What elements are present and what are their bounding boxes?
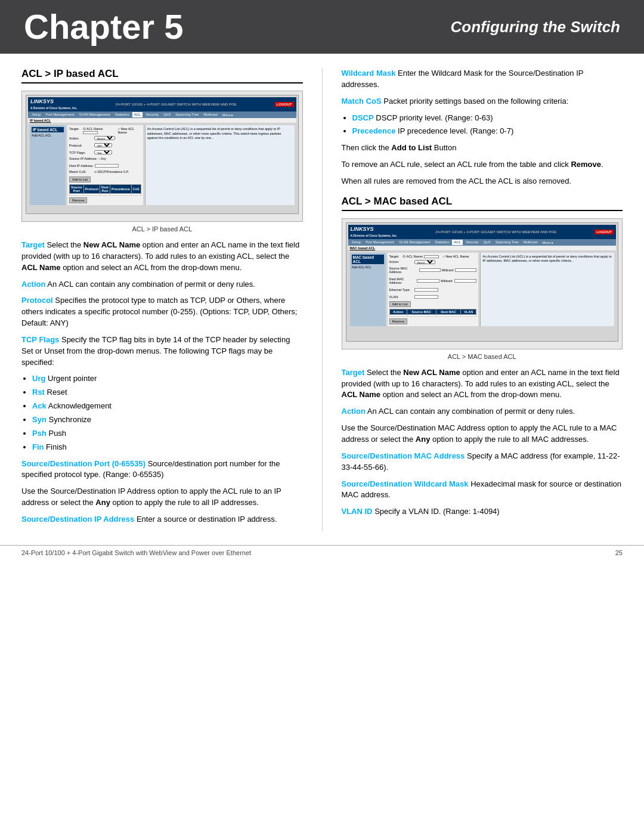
para-tcp-flags: TCP Flags Specify the TCP flag bits in b… [21, 335, 303, 368]
tcp-flags-list: Urg Urgent pointer Rst Reset Ack Acknowl… [32, 373, 303, 453]
ls-right-panel-mac: An Access Control List (ACL) is a sequen… [480, 253, 614, 326]
ls-help-text-mac: An Access Control List (ACL) is a sequen… [482, 255, 612, 264]
section-title: Configuring the Switch [450, 18, 620, 36]
ls-header-info: 24-PORT 10/100 + 4-PORT GIGABIT SWITCH W… [116, 103, 237, 106]
nav-spanning-mac[interactable]: Spanning Tree [494, 240, 521, 245]
ls-vlan-input[interactable] [414, 295, 438, 299]
ls-target-new[interactable]: ⊙ ACL Name: [83, 127, 114, 134]
ls-acl-link-mac[interactable]: Add ACL ACL [352, 265, 384, 269]
ls-action-select[interactable]: Permit [94, 136, 115, 140]
nav-vlan-mac[interactable]: VLAN Management [397, 240, 432, 245]
ls-th-prec: Precedence [110, 185, 131, 194]
ls-proto-select[interactable]: ANY [94, 143, 112, 147]
para-src-mac-addr: Source/Destination MAC Address Specify a… [342, 451, 623, 473]
screenshot-mac-acl: LINKSYSA Division of Cisco Systems, Inc.… [342, 218, 623, 349]
ls-srcip-label: Source IP Address: [69, 157, 97, 160]
section1-heading: ACL > IP based ACL [21, 68, 303, 83]
ls-remove-btn-row-mac: Remove [389, 318, 477, 324]
nav-port-mac[interactable]: Port Management [364, 240, 396, 245]
nav-port[interactable]: Port Management [44, 112, 76, 117]
ls-acl-name-mac[interactable] [424, 255, 439, 258]
ls-target-acl-mac[interactable]: ⊙ ACL Name: [402, 255, 439, 258]
ls-header-info-mac: 24-PORT 10/100 + 4-PORT GIGABIT SWITCH W… [435, 230, 556, 234]
screenshot1-caption: ACL > IP based ACL [21, 225, 303, 233]
ls-dstip-input[interactable] [95, 164, 119, 168]
ls-sub-nav-mac: MAC based ACL [348, 246, 617, 251]
ls-vlan-label: VLAN: [389, 295, 413, 299]
para-wildcard: Wildcard Mask Enter the Wildcard Mask fo… [342, 68, 623, 91]
ls-addtolist-btn-mac[interactable]: Add to List [389, 301, 411, 307]
para-src-dst-port: Source/Destination Port (0-65535) Source… [21, 459, 303, 481]
nav-setup-mac[interactable]: Setup [350, 240, 363, 245]
ls-action-label-mac: Action: [389, 260, 413, 264]
nav-stats-mac[interactable]: Statistics [433, 240, 451, 245]
ls-action-select-mac[interactable]: Permit [414, 260, 435, 264]
ls-logout-btn-mac[interactable]: LOGOUT [595, 230, 614, 234]
ls-logout-btn[interactable]: LOGOUT [275, 102, 294, 107]
label-src-dst-port: Source/Destination Port (0-65535) [21, 459, 145, 468]
nav-qos-mac[interactable]: QoS [482, 240, 493, 245]
nav-setup[interactable]: Setup [30, 112, 43, 117]
right-column: Wildcard Mask Enter the Wildcard Mask fo… [342, 68, 623, 531]
para-src-mac-wildcard: Source/Destination Wildcard Mask Hexadec… [342, 479, 623, 501]
ls-action-row: Action: Permit [69, 136, 115, 140]
ls-header-mac: LINKSYSA Division of Cisco Systems, Inc.… [348, 225, 617, 239]
nav-more-mac[interactable]: More ▸ [540, 240, 555, 245]
ls-sub-nav: IP based ACL [28, 118, 296, 123]
ls-mask-row: Match CoS: ⊙ DSCP/Precedence G.P. [69, 170, 141, 175]
ls-dstmac-input[interactable] [417, 279, 439, 283]
nav-acl[interactable]: ACL [132, 112, 143, 117]
ls-addtolist-btn[interactable]: Add to List [69, 176, 91, 182]
ls-dstip-label: Dest IP Address: [69, 164, 94, 168]
ls-mac-table: Action Source MAC Dest MAC VLAN [389, 309, 477, 317]
ls-remove-btn[interactable]: Remove [69, 197, 87, 203]
ls-side-title-mac: MAC based ACL [352, 255, 384, 264]
nav-spanning[interactable]: Spanning Tree [174, 112, 200, 117]
nav-qos[interactable]: QoS [162, 112, 172, 117]
ls-vlan-row: VLAN: [389, 295, 438, 299]
label-vlan-id: VLAN ID [342, 507, 373, 516]
para-src-ip: Source/Destination IP Address Enter a so… [21, 514, 303, 525]
nav-security[interactable]: Security [144, 112, 160, 117]
ls-tcp-select[interactable]: Set [94, 150, 112, 154]
flag-urg: Urg Urgent pointer [32, 373, 303, 385]
label-wildcard: Wildcard Mask [342, 69, 396, 78]
ls-srcmac-input[interactable] [419, 268, 441, 272]
any-bold: Any [95, 498, 110, 507]
nav-vlan[interactable]: VLAN Management [77, 112, 112, 117]
footer-right: 25 [615, 549, 623, 556]
ls-target-new-mac[interactable]: ○ New ACL Name: [442, 255, 469, 258]
nav-security-mac[interactable]: Security [464, 240, 481, 245]
ls-srcmac-wildcard-input[interactable] [455, 268, 476, 272]
ls-dstmac-wildcard: Wildcard: [441, 279, 453, 283]
ls-dstmac-wildcard-input[interactable] [454, 279, 477, 283]
para-mac-any: Use the Source/Destination MAC Address o… [342, 423, 623, 445]
ls-match-label: Match CoS: [69, 170, 93, 174]
sub-nav-ip[interactable]: IP based ACL [30, 119, 51, 122]
ls-target-existing[interactable]: ○ New ACL Name: [118, 127, 141, 134]
ls-ethtype-input[interactable] [414, 288, 438, 292]
nav-multicast-mac[interactable]: Multicast [522, 240, 540, 245]
sub-nav-mac[interactable]: MAC based ACL [350, 246, 376, 250]
ls-fields: Action: Permit Protocol: ANY TCP Flags: … [69, 136, 141, 156]
ls-srcip-row: Source IP Address: ○ Any [69, 157, 106, 160]
nav-stats[interactable]: Statistics [113, 112, 131, 117]
nav-acl-mac[interactable]: ACL [452, 240, 463, 245]
para-vlan-id: VLAN ID Specify a VLAN ID. (Range: 1-409… [342, 506, 623, 518]
ls-main-ip: Target: ⊙ ACL Name: ○ New ACL Name: Acti… [67, 125, 143, 205]
ls-acl-link[interactable]: Add ACL ACL [32, 134, 64, 137]
ls-th-srcmac: Source MAC [407, 309, 436, 314]
ls-dstmac-row: Dest MAC Address: Wildcard: [389, 277, 477, 284]
ls-tcp-row: TCP Flags: Set [69, 150, 112, 154]
ls-remove-btn-mac[interactable]: Remove [389, 318, 407, 324]
ls-mac-fields: Action: Permit [389, 260, 477, 265]
para-mac-target: Target Select the New ACL Name option an… [342, 367, 623, 401]
ls-mac-addr-rows: Source MAC Address: Wildcard: Dest MAC A… [389, 267, 477, 300]
nav-more[interactable]: More ▸ [221, 112, 235, 117]
content-area: ACL > IP based ACL LINKSYSA Division of … [0, 54, 644, 545]
label-tcp-flags: TCP Flags [21, 335, 59, 344]
ls-acl-name-input[interactable] [83, 131, 98, 134]
ls-target-row: Target: ⊙ ACL Name: ○ New ACL Name: [69, 127, 141, 134]
ls-side-title: IP based ACL [32, 127, 64, 132]
nav-multicast[interactable]: Multicast [202, 112, 219, 117]
